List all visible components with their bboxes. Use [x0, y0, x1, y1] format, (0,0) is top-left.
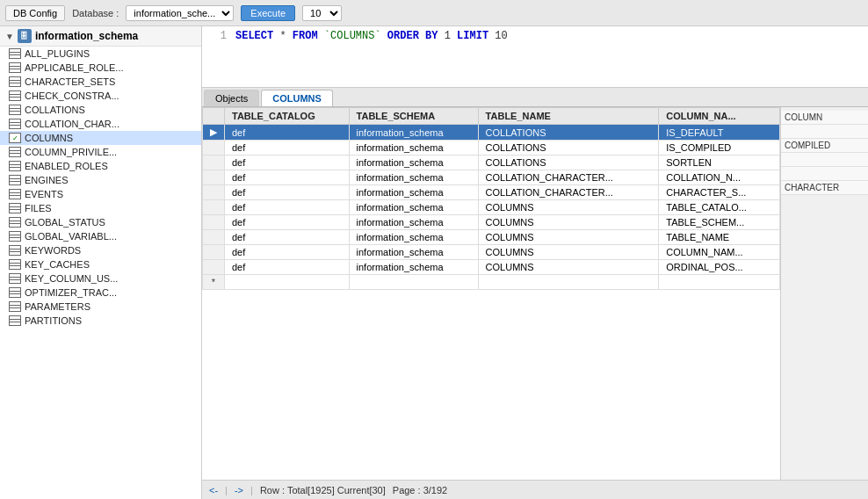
row-indicator-cell — [203, 200, 225, 215]
sidebar-item-label: APPLICABLE_ROLE... — [25, 62, 124, 73]
sidebar-item-events[interactable]: EVENTS — [0, 187, 201, 201]
sidebar-item-label: ENABLED_ROLES — [25, 161, 108, 171]
row-indicator-cell — [203, 141, 225, 155]
page-info: Page : 3/192 — [393, 485, 447, 495]
row-indicator-cell — [203, 215, 225, 230]
sidebar-item-label: GLOBAL_VARIABL... — [25, 231, 117, 242]
new-row: * — [203, 275, 780, 290]
table-icon — [9, 259, 21, 270]
table-cell: CHARACTER_S... — [659, 185, 780, 200]
sidebar-item-label: COLLATIONS — [25, 105, 85, 115]
limit-select[interactable]: 10 — [302, 5, 342, 21]
sidebar-item-partitions[interactable]: PARTITIONS — [0, 314, 201, 328]
table-row[interactable]: definformation_schemaCOLLATIONSIS_COMPIL… — [203, 141, 780, 155]
row-indicator-cell — [203, 170, 225, 185]
data-table-container[interactable]: TABLE_CATALOG TABLE_SCHEMA TABLE_NAME CO… — [202, 107, 780, 480]
tab-columns[interactable]: COLUMNS — [261, 90, 333, 106]
table-cell: COLUMNS — [478, 200, 659, 215]
sidebar-item-key-column-us---[interactable]: KEY_COLUMN_US... — [0, 271, 201, 286]
table-cell: def — [225, 185, 350, 200]
sidebar-item-engines[interactable]: ENGINES — [0, 173, 201, 187]
right-label-blank2 — [781, 153, 868, 167]
table-row[interactable]: definformation_schemaCOLUMNSORDINAL_POS.… — [203, 260, 780, 275]
sidebar-item-label: KEY_COLUMN_US... — [25, 273, 118, 284]
table-cell: def — [225, 215, 350, 230]
tab-objects[interactable]: Objects — [204, 90, 259, 106]
row-indicator-cell — [203, 260, 225, 275]
table-row[interactable]: ▶definformation_schemaCOLLATIONSIS_DEFAU… — [203, 125, 780, 141]
sidebar-item-enabled-roles[interactable]: ENABLED_ROLES — [0, 159, 201, 173]
sidebar-item-collation-char---[interactable]: COLLATION_CHAR... — [0, 117, 201, 131]
table-cell: COLUMNS — [478, 260, 659, 275]
db-node[interactable]: ▼ 🗄 information_schema — [0, 26, 201, 47]
sidebar-item-label: KEYWORDS — [25, 245, 81, 256]
table-row[interactable]: definformation_schemaCOLUMNSTABLE_NAME — [203, 230, 780, 245]
new-row-indicator: * — [203, 275, 225, 290]
table-icon — [9, 203, 21, 213]
database-select[interactable]: information_sche... — [126, 5, 234, 21]
sql-star: * — [279, 30, 292, 42]
sidebar-item-global-status[interactable]: GLOBAL_STATUS — [0, 215, 201, 229]
table-row[interactable]: definformation_schemaCOLUMNSCOLUMN_NAM..… — [203, 245, 780, 260]
sidebar-item-key-caches[interactable]: KEY_CACHES — [0, 257, 201, 271]
sidebar-item-label: ENGINES — [25, 175, 69, 185]
new-row-cell — [659, 275, 780, 290]
status-sep: | — [225, 485, 228, 495]
sidebar-item-applicable-role---[interactable]: APPLICABLE_ROLE... — [0, 61, 201, 75]
sidebar-item-collations[interactable]: COLLATIONS — [0, 103, 201, 117]
table-icon — [9, 62, 21, 73]
nav-left-button[interactable]: <- — [209, 485, 218, 495]
table-row[interactable]: definformation_schemaCOLLATIONSSORTLEN — [203, 155, 780, 170]
sidebar-item-keywords[interactable]: KEYWORDS — [0, 243, 201, 257]
table-cell: information_schema — [349, 200, 478, 215]
table-icon — [9, 147, 21, 157]
sidebar-item-optimizer-trac---[interactable]: OPTIMIZER_TRAC... — [0, 286, 201, 300]
sidebar-item-label: ALL_PLUGINS — [25, 48, 90, 59]
sidebar-item-parameters[interactable]: PARAMETERS — [0, 300, 201, 314]
table-cell: def — [225, 170, 350, 185]
table-row[interactable]: definformation_schemaCOLUMNSTABLE_CATALO… — [203, 200, 780, 215]
table-cell: information_schema — [349, 155, 478, 170]
status-sep2: | — [250, 485, 253, 495]
table-cell: COLUMNS — [478, 215, 659, 230]
sidebar-item-character-sets[interactable]: CHARACTER_SETS — [0, 75, 201, 89]
db-icon: 🗄 — [18, 29, 32, 43]
execute-button[interactable]: Execute — [241, 5, 295, 21]
table-icon — [9, 301, 21, 312]
table-cell: information_schema — [349, 185, 478, 200]
sidebar-item-label: COLUMN_PRIVILE... — [25, 147, 117, 157]
table-icon — [9, 245, 21, 256]
sidebar-item-check-constra---[interactable]: CHECK_CONSTRA... — [0, 89, 201, 103]
table-cell: def — [225, 141, 350, 155]
db-name: information_schema — [35, 30, 138, 42]
row-info: Row : Total[1925] Current[30] — [260, 485, 386, 495]
sidebar-item-files[interactable]: FILES — [0, 201, 201, 215]
sidebar-item-global-variabl---[interactable]: GLOBAL_VARIABL... — [0, 229, 201, 243]
table-icon — [9, 287, 21, 298]
table-cell: def — [225, 125, 350, 141]
row-indicator-cell: ▶ — [203, 125, 225, 141]
table-header-row: TABLE_CATALOG TABLE_SCHEMA TABLE_NAME CO… — [203, 108, 780, 125]
table-row[interactable]: definformation_schemaCOLUMNSTABLE_SCHEM.… — [203, 215, 780, 230]
sql-editor[interactable]: 1 SELECT * FROM `COLUMNS` ORDER BY 1 LIM… — [202, 26, 868, 88]
table-row[interactable]: definformation_schemaCOLLATION_CHARACTER… — [203, 170, 780, 185]
col-table-schema: TABLE_SCHEMA — [349, 108, 478, 125]
sidebar-item-all-plugins[interactable]: ALL_PLUGINS — [0, 47, 201, 61]
database-label: Database : — [72, 8, 119, 18]
table-icon — [9, 175, 21, 185]
table-cell: SORTLEN — [659, 155, 780, 170]
table-cell: COLLATION_CHARACTER... — [478, 185, 659, 200]
table-icon — [9, 105, 21, 115]
table-row[interactable]: definformation_schemaCOLLATION_CHARACTER… — [203, 185, 780, 200]
table-icon — [9, 315, 21, 326]
new-row-cell — [349, 275, 478, 290]
db-config-button[interactable]: DB Config — [5, 5, 65, 21]
table-cell: information_schema — [349, 230, 478, 245]
status-bar: <- | -> | Row : Total[1925] Current[30] … — [202, 480, 868, 499]
sidebar-item-column-privile---[interactable]: COLUMN_PRIVILE... — [0, 145, 201, 159]
nav-right-button[interactable]: -> — [235, 485, 243, 495]
sidebar-item-columns[interactable]: ✓COLUMNS — [0, 131, 201, 145]
toolbar: DB Config Database : information_sche...… — [0, 0, 868, 26]
table-icon-special: ✓ — [9, 133, 21, 143]
table-cell: information_schema — [349, 215, 478, 230]
